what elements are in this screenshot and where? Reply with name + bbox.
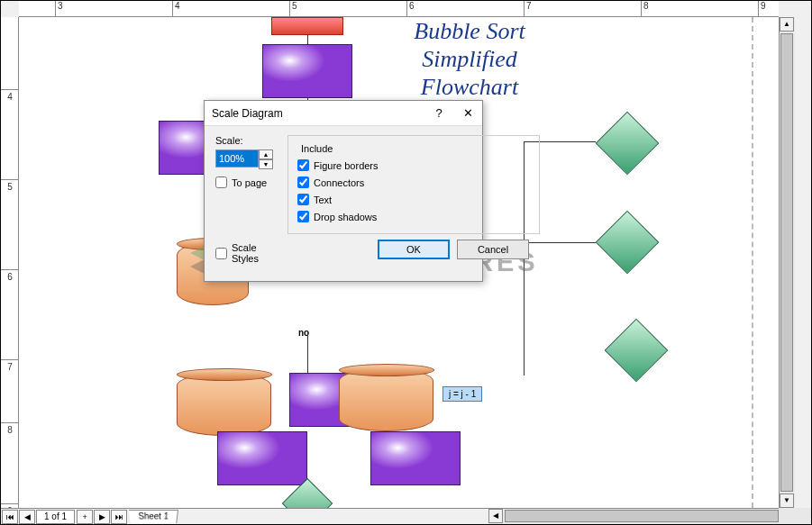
- flowchart-process[interactable]: [217, 431, 307, 485]
- ruler-tick: 8: [641, 1, 649, 17]
- dialog-title: Scale Diagram: [212, 107, 424, 120]
- add-page-button[interactable]: +: [77, 510, 93, 524]
- scale-label: Scale:: [215, 135, 273, 146]
- scroll-thumb[interactable]: [780, 33, 793, 492]
- corner: [779, 508, 811, 524]
- connector: [307, 35, 308, 44]
- next-page-button[interactable]: ▶: [94, 510, 110, 524]
- scroll-up-icon[interactable]: ▲: [780, 17, 794, 32]
- vertical-scrollbar[interactable]: ▲ ▼: [779, 17, 795, 508]
- ruler-horizontal: 3 4 5 6 7 8 9: [19, 1, 779, 17]
- ruler-vertical: 4 5 6 7 8 9: [1, 17, 19, 508]
- dialog-titlebar[interactable]: Scale Diagram ? ✕: [205, 101, 482, 126]
- ruler-tick: 9: [758, 1, 766, 17]
- last-page-button[interactable]: ⏭: [111, 510, 127, 524]
- ruler-tick: 4: [172, 1, 180, 17]
- flowchart-decision[interactable]: [605, 319, 669, 383]
- ruler-tick: 7: [524, 1, 532, 17]
- include-group: Include Figure borders Connectors Text D…: [287, 135, 540, 234]
- scale-diagram-dialog: Scale Diagram ? ✕ Scale: ▲▼ To page Scal…: [204, 100, 483, 282]
- horizontal-scrollbar[interactable]: ◀ ▶: [488, 508, 795, 524]
- spinner-up-icon[interactable]: ▲: [259, 149, 273, 159]
- flowchart-decision[interactable]: [596, 211, 660, 275]
- diagram-title: Bubble Sort Simplified Flowchart: [379, 17, 560, 102]
- flowchart-terminal[interactable]: [271, 17, 343, 35]
- app-window: 3 4 5 6 7 8 9 4 5 6 7 8 9 Bubble Sort Si…: [0, 0, 812, 525]
- flowchart-cylinder[interactable]: [339, 368, 433, 431]
- text-checkbox[interactable]: Text: [297, 194, 530, 205]
- include-label: Include: [297, 143, 336, 154]
- spinner-down-icon[interactable]: ▼: [259, 159, 273, 169]
- ruler-tick: 6: [1, 269, 19, 282]
- first-page-button[interactable]: ⏮: [2, 510, 18, 524]
- scroll-down-icon[interactable]: ▼: [780, 493, 794, 508]
- cancel-button[interactable]: Cancel: [457, 240, 529, 259]
- ruler-tick: 6: [406, 1, 415, 17]
- scroll-thumb[interactable]: [505, 510, 779, 522]
- corner: [779, 1, 811, 17]
- connectors-checkbox[interactable]: Connectors: [297, 177, 530, 188]
- ruler-tick: 3: [55, 1, 63, 17]
- flowchart-cylinder[interactable]: [177, 373, 271, 436]
- flowchart-process[interactable]: [262, 44, 352, 98]
- drop-shadows-checkbox[interactable]: Drop shadows: [297, 211, 530, 222]
- ruler-tick: 7: [1, 359, 19, 372]
- flowchart-label[interactable]: j = j - 1: [442, 386, 482, 402]
- ruler-tick: 5: [289, 1, 297, 17]
- ruler-tick: 5: [1, 179, 19, 192]
- scale-spinner[interactable]: ▲▼: [259, 149, 273, 167]
- scroll-left-icon[interactable]: ◀: [488, 509, 503, 523]
- to-page-checkbox[interactable]: To page: [215, 177, 273, 188]
- flowchart-decision[interactable]: [596, 112, 660, 176]
- prev-page-button[interactable]: ◀: [19, 510, 35, 524]
- ruler-tick: 4: [1, 89, 19, 102]
- connector: [307, 332, 308, 377]
- page-info: 1 of 1: [36, 510, 75, 524]
- sheet-tab[interactable]: Sheet 1: [129, 510, 178, 523]
- help-button[interactable]: ?: [424, 101, 453, 126]
- ruler-tick: 8: [1, 422, 19, 435]
- close-button[interactable]: ✕: [453, 101, 482, 126]
- flowchart-process[interactable]: [370, 431, 461, 485]
- ok-button[interactable]: OK: [378, 240, 450, 259]
- scale-styles-checkbox[interactable]: Scale Styles: [215, 242, 273, 264]
- figure-borders-checkbox[interactable]: Figure borders: [297, 159, 530, 171]
- page-boundary: [752, 17, 753, 508]
- scale-input[interactable]: [215, 149, 259, 167]
